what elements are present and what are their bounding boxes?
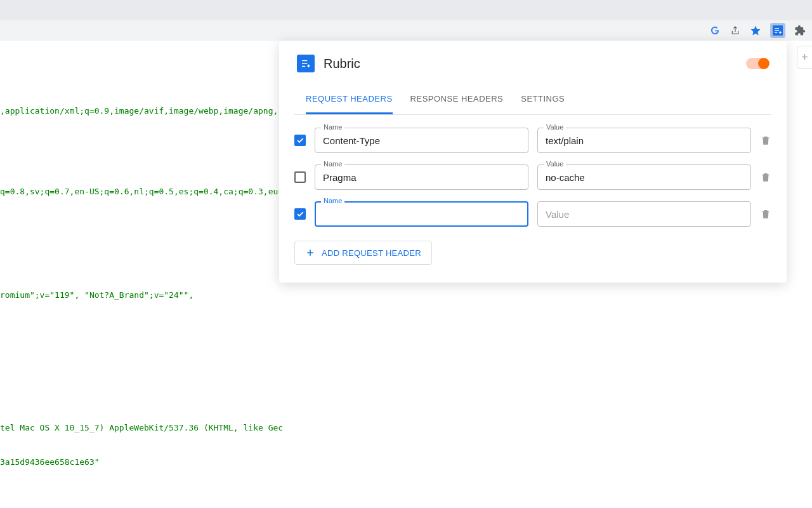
- extension-title: Rubric: [324, 57, 737, 71]
- share-icon[interactable]: [730, 25, 741, 36]
- add-button-label: ADD REQUEST HEADER: [322, 248, 421, 258]
- delete-header-icon[interactable]: [760, 208, 771, 220]
- name-label: Name: [321, 197, 344, 204]
- browser-top-bar: [0, 0, 812, 20]
- extension-header: Rubric: [279, 41, 787, 80]
- new-tab-button[interactable]: +: [797, 46, 812, 69]
- header-row: Name: [294, 201, 771, 227]
- google-icon[interactable]: [709, 25, 721, 36]
- rubric-logo-icon: [297, 55, 315, 72]
- header-row: Name Value: [294, 164, 771, 190]
- header-name-input[interactable]: [315, 201, 528, 227]
- header-row: Name Value: [294, 128, 771, 153]
- header-value-input[interactable]: [537, 128, 751, 153]
- header-name-field: Name: [315, 128, 528, 153]
- enable-toggle[interactable]: [746, 58, 769, 69]
- extension-popup: Rubric REQUEST HEADERS RESPONSE HEADERS …: [279, 41, 787, 283]
- header-enabled-checkbox[interactable]: [294, 208, 306, 220]
- header-value-field: Value: [537, 128, 751, 153]
- tab-request-headers[interactable]: REQUEST HEADERS: [306, 85, 393, 114]
- tab-settings[interactable]: SETTINGS: [521, 85, 565, 114]
- header-value-field: Value: [537, 164, 751, 190]
- rubric-extension-icon[interactable]: [770, 23, 785, 38]
- request-headers-list: Name Value Name Value: [279, 115, 787, 283]
- name-label: Name: [321, 160, 344, 168]
- header-enabled-checkbox[interactable]: [294, 135, 306, 146]
- value-label: Value: [544, 123, 566, 131]
- delete-header-icon[interactable]: [760, 171, 771, 183]
- toggle-knob: [758, 58, 769, 69]
- tab-response-headers[interactable]: RESPONSE HEADERS: [410, 85, 504, 114]
- add-request-header-button[interactable]: ADD REQUEST HEADER: [294, 241, 432, 265]
- header-name-field: Name: [315, 164, 528, 190]
- header-value-input[interactable]: [537, 201, 751, 227]
- header-name-input[interactable]: [315, 128, 528, 153]
- header-enabled-checkbox[interactable]: [294, 171, 306, 183]
- header-value-field: [537, 201, 751, 227]
- tabs-bar: REQUEST HEADERS RESPONSE HEADERS SETTING…: [294, 85, 771, 115]
- bookmark-star-icon[interactable]: [750, 25, 761, 36]
- header-value-input[interactable]: [537, 164, 751, 190]
- name-label: Name: [321, 123, 344, 131]
- header-name-field: Name: [315, 201, 528, 227]
- extensions-puzzle-icon[interactable]: [794, 25, 806, 36]
- value-label: Value: [544, 160, 566, 168]
- browser-toolbar: [0, 20, 812, 41]
- header-name-input[interactable]: [315, 164, 528, 190]
- delete-header-icon[interactable]: [760, 135, 771, 146]
